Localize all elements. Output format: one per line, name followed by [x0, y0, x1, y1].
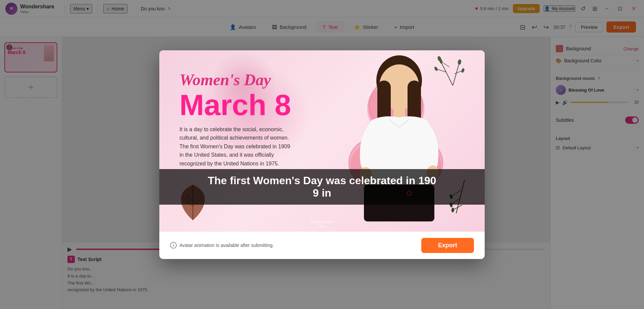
svg-point-7	[434, 66, 438, 71]
modal-preview-area: Women's Day March 8 It is a day to celeb…	[159, 50, 485, 231]
svg-line-1	[453, 62, 460, 86]
modal-export-button[interactable]: Export	[421, 238, 474, 253]
avatar-notice: i Avatar animation is available after su…	[170, 242, 274, 249]
deco-branch-top-right	[433, 55, 473, 90]
preview-description: It is a day to celebrate the social, eco…	[179, 125, 291, 168]
preview-text-area: Women's Day March 8 It is a day to celeb…	[179, 70, 291, 168]
subtitle-text: The first Women's Day was celebrated in …	[208, 174, 436, 199]
womens-day-title: Women's Day	[179, 70, 291, 89]
modal-footer: i Avatar animation is available after su…	[159, 231, 485, 259]
export-preview-modal: Women's Day March 8 It is a day to celeb…	[159, 50, 485, 259]
info-icon: i	[170, 242, 177, 249]
subtitle-bar: The first Women's Day was celebrated in …	[159, 169, 485, 205]
svg-point-6	[458, 59, 462, 65]
watermark: WondershareVirbo	[310, 219, 334, 229]
svg-point-9	[461, 68, 465, 73]
modal-overlay: Women's Day March 8 It is a day to celeb…	[0, 0, 644, 309]
svg-point-31	[451, 207, 454, 212]
avatar-notice-text: Avatar animation is available after subm…	[179, 243, 274, 248]
march-8-text: March 8	[179, 90, 291, 120]
